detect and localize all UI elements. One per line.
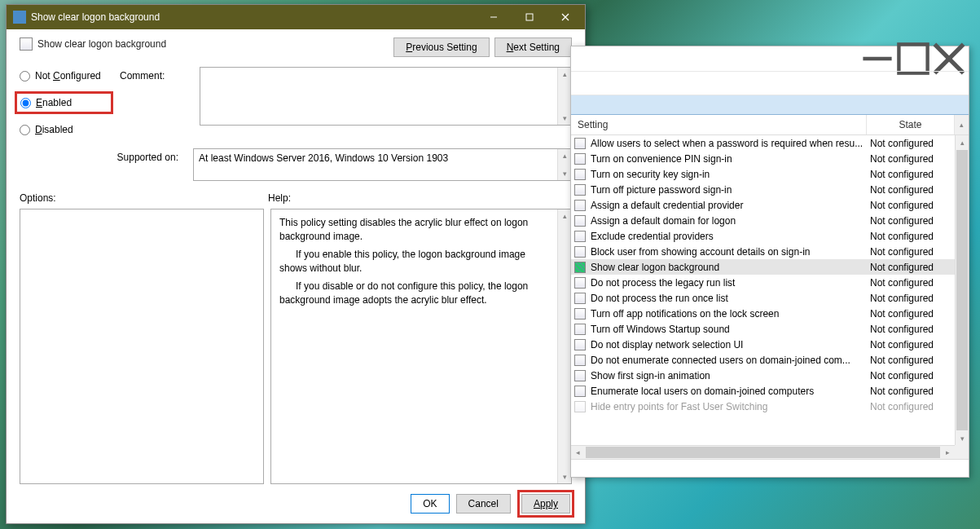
policy-row[interactable]: Exclude credential providersNot configur… xyxy=(571,228,955,244)
policy-item-icon xyxy=(574,153,586,165)
gpe-maximize-button[interactable] xyxy=(895,47,931,70)
policy-row[interactable]: Enumerate local users on domain-joined c… xyxy=(571,383,955,399)
policy-state: Not configured xyxy=(867,277,955,289)
policy-item-icon xyxy=(574,215,586,227)
policy-name: Show first sign-in animation xyxy=(591,370,867,381)
policy-row[interactable]: Allow users to select when a password is… xyxy=(571,135,955,151)
policy-name: Enumerate local users on domain-joined c… xyxy=(591,386,867,397)
policy-name: Turn off app notifications on the lock s… xyxy=(591,308,867,320)
gpe-toolbar xyxy=(571,71,969,95)
policy-item-icon xyxy=(574,277,586,289)
col-setting[interactable]: Setting xyxy=(571,115,867,134)
policy-row[interactable]: Assign a default credential providerNot … xyxy=(571,197,955,213)
gpe-minimize-button[interactable] xyxy=(859,47,895,70)
enabled-highlight: Enabled xyxy=(15,91,113,114)
col-state[interactable]: State xyxy=(867,115,955,134)
gpe-titlebar[interactable] xyxy=(571,46,969,71)
policy-state: Not configured xyxy=(867,262,955,273)
vertical-scrollbar[interactable]: ▴▾ xyxy=(955,135,969,445)
col-scroll-top[interactable]: ▴ xyxy=(955,115,969,134)
scrollbar-corner xyxy=(955,445,969,459)
policy-item-icon xyxy=(574,308,586,320)
policy-row[interactable]: Hide entry points for Fast User Switchin… xyxy=(571,399,955,414)
supported-box: At least Windows Server 2016, Windows 10… xyxy=(193,148,572,181)
policy-state: Not configured xyxy=(867,401,955,412)
svg-rect-1 xyxy=(526,14,533,20)
policy-row[interactable]: Do not display network selection UINot c… xyxy=(571,337,955,352)
comment-input[interactable] xyxy=(200,68,557,125)
policy-setting-dialog: Show clear logon background Show clear l… xyxy=(6,4,586,524)
policy-row[interactable]: Show clear logon backgroundNot configure… xyxy=(571,259,955,275)
policy-row[interactable]: Do not process the run once listNot conf… xyxy=(571,290,955,306)
policy-row[interactable]: Do not process the legacy run listNot co… xyxy=(571,275,955,290)
help-scrollbar[interactable]: ▴▾ xyxy=(557,209,571,483)
policy-item-icon xyxy=(574,169,586,180)
group-policy-editor-window: Setting State ▴ Allow users to select wh… xyxy=(570,46,969,478)
ok-button[interactable]: OK xyxy=(411,494,449,514)
options-label: Options: xyxy=(20,192,268,204)
policy-name: Exclude credential providers xyxy=(591,231,867,242)
policy-state: Not configured xyxy=(867,153,955,165)
titlebar[interactable]: Show clear logon background xyxy=(7,5,585,29)
policy-list: Allow users to select when a password is… xyxy=(571,135,969,459)
policy-item-icon xyxy=(574,339,586,350)
policy-icon xyxy=(20,37,33,51)
maximize-button[interactable] xyxy=(512,6,547,29)
close-button[interactable] xyxy=(547,6,583,29)
policy-row[interactable]: Turn on security key sign-inNot configur… xyxy=(571,166,955,182)
policy-item-icon xyxy=(574,231,586,242)
policy-row[interactable]: Turn off Windows Startup soundNot config… xyxy=(571,321,955,337)
radio-enabled[interactable]: Enabled xyxy=(20,97,103,108)
policy-name: Turn on convenience PIN sign-in xyxy=(591,153,867,165)
policy-row[interactable]: Turn off app notifications on the lock s… xyxy=(571,306,955,321)
previous-setting-button[interactable]: Previous Setting xyxy=(393,37,489,57)
comment-scrollbar[interactable]: ▴▾ xyxy=(557,68,571,125)
gpe-close-button[interactable] xyxy=(931,47,967,70)
policy-item-icon xyxy=(574,293,586,304)
apply-button[interactable]: Apply xyxy=(521,494,570,514)
policy-state: Not configured xyxy=(867,215,955,227)
policy-item-icon xyxy=(574,324,586,335)
policy-row[interactable]: Block user from showing account details … xyxy=(571,244,955,259)
gpe-tabs: Extended Standard xyxy=(571,459,969,477)
policy-name: Assign a default credential provider xyxy=(591,200,867,211)
policy-item-icon xyxy=(574,355,586,366)
policy-item-icon xyxy=(574,401,586,412)
policy-name: Block user from showing account details … xyxy=(591,246,867,258)
radio-disabled[interactable]: Disabled xyxy=(20,124,113,135)
policy-row[interactable]: Turn on convenience PIN sign-inNot confi… xyxy=(571,151,955,166)
policy-row[interactable]: Turn off picture password sign-inNot con… xyxy=(571,182,955,197)
help-label: Help: xyxy=(268,192,291,204)
policy-item-icon xyxy=(574,370,586,381)
minimize-button[interactable] xyxy=(476,6,512,29)
supported-label: Supported on: xyxy=(20,148,187,163)
gpe-column-headers: Setting State ▴ xyxy=(571,115,969,135)
policy-state: Not configured xyxy=(867,138,955,149)
policy-state: Not configured xyxy=(867,324,955,335)
radio-not-configured[interactable]: Not Configured xyxy=(20,70,113,82)
policy-state: Not configured xyxy=(867,200,955,211)
policy-state: Not configured xyxy=(867,308,955,320)
policy-item-icon xyxy=(574,246,586,258)
cancel-button[interactable]: Cancel xyxy=(456,494,511,514)
policy-row[interactable]: Assign a default domain for logonNot con… xyxy=(571,213,955,228)
policy-name: Turn on security key sign-in xyxy=(591,169,867,180)
policy-state: Not configured xyxy=(867,293,955,304)
state-radio-group: Not Configured Enabled Disabled xyxy=(20,67,113,135)
svg-rect-5 xyxy=(899,44,927,73)
horizontal-scrollbar[interactable]: ◂▸ xyxy=(571,445,955,459)
supported-text: At least Windows Server 2016, Windows 10… xyxy=(194,149,557,180)
policy-row[interactable]: Do not enumerate connected users on doma… xyxy=(571,352,955,368)
app-icon xyxy=(13,11,26,24)
supported-scrollbar[interactable]: ▴▾ xyxy=(557,149,571,180)
policy-name: Hide entry points for Fast User Switchin… xyxy=(591,401,867,412)
comment-box: ▴▾ xyxy=(200,67,572,126)
policy-item-icon xyxy=(574,184,586,196)
comment-label: Comment: xyxy=(120,67,193,82)
next-setting-button[interactable]: Next Setting xyxy=(494,37,572,57)
policy-row[interactable]: Show first sign-in animationNot configur… xyxy=(571,368,955,383)
policy-state: Not configured xyxy=(867,231,955,242)
setting-title: Show clear logon background xyxy=(20,37,166,51)
policy-name: Do not enumerate connected users on doma… xyxy=(591,355,867,366)
policy-state: Not configured xyxy=(867,370,955,381)
